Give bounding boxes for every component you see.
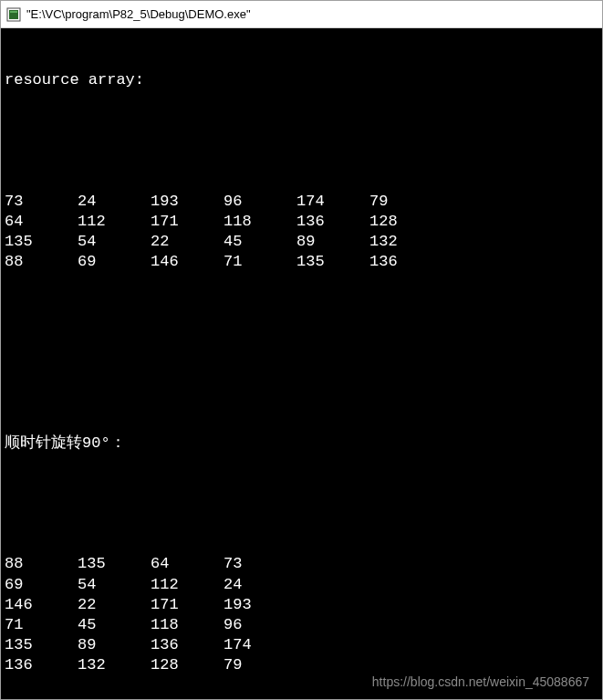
table-cell: 174 [296,192,369,212]
blank-line [5,131,598,151]
svg-rect-2 [10,11,17,13]
console-output: resource array: 732419396174796411217111… [1,28,602,699]
table-row: 64112171118136128 [5,212,598,232]
table-row: 13589136174 [5,635,598,655]
table-row: 695411224 [5,575,598,595]
table-row: 13613212879 [5,655,598,675]
table-row: 14622171193 [5,595,598,615]
table-cell: 128 [151,655,224,675]
table-cell: 24 [224,575,296,595]
table-row: 881356473 [5,554,598,574]
table-cell: 193 [151,192,224,212]
titlebar: "E:\VC\program\P82_5\Debug\DEMO.exe" [1,1,602,28]
table-cell: 128 [369,212,442,232]
app-icon [6,7,21,22]
table-cell: 146 [151,252,224,272]
table-cell: 135 [5,635,78,655]
table-cell: 64 [151,554,224,574]
table-cell: 135 [5,232,78,252]
table-cell: 136 [369,252,442,272]
table-cell: 22 [151,232,224,252]
table-row: 73241939617479 [5,192,598,212]
blank-line [5,494,598,514]
table-cell: 73 [5,192,78,212]
table-cell: 69 [78,252,151,272]
table-cell: 45 [78,615,151,635]
table-cell: 79 [224,655,296,675]
table-row: 886914671135136 [5,252,598,272]
table-cell: 73 [224,554,296,574]
table-cell: 135 [78,554,151,574]
table-cell: 22 [78,595,151,615]
table-cell: 135 [296,252,369,272]
table-cell: 45 [224,232,296,252]
window-title: "E:\VC\program\P82_5\Debug\DEMO.exe" [26,7,251,21]
table-cell: 112 [151,575,224,595]
table-cell: 64 [5,212,78,232]
table-cell: 54 [78,575,151,595]
table-cell: 71 [224,252,296,272]
table-cell: 136 [296,212,369,232]
table-cell: 88 [5,252,78,272]
table-cell: 96 [224,615,296,635]
blank-line [5,312,598,332]
table-cell: 146 [5,595,78,615]
section-header: resource array: [5,70,598,90]
blank-line [5,373,598,393]
table-cell: 171 [151,212,224,232]
table-cell: 79 [369,192,442,212]
table-row: 714511896 [5,615,598,635]
table-cell: 54 [78,232,151,252]
table-cell: 71 [5,615,78,635]
table-cell: 89 [296,232,369,252]
table-cell: 88 [5,554,78,574]
table-cell: 112 [78,212,151,232]
table-cell: 24 [78,192,151,212]
window: "E:\VC\program\P82_5\Debug\DEMO.exe" res… [0,0,603,700]
table-cell: 132 [369,232,442,252]
table-cell: 136 [5,655,78,675]
table-cell: 171 [151,595,224,615]
table-cell: 118 [224,212,296,232]
table-cell: 174 [224,635,296,655]
table-rotate-90: 8813564736954112241462217119371451189613… [5,554,598,675]
table-row: 13554224589132 [5,232,598,252]
table-cell: 132 [78,655,151,675]
table-cell: 136 [151,635,224,655]
table-cell: 118 [151,615,224,635]
table-resource-array: 7324193961747964112171118136128135542245… [5,192,598,272]
section-header: 顺时针旋转90°： [5,434,598,454]
table-cell: 89 [78,635,151,655]
watermark: https://blog.csdn.net/weixin_45088667 [372,674,589,690]
table-cell: 193 [224,595,296,615]
table-cell: 96 [224,192,296,212]
table-cell: 69 [5,575,78,595]
